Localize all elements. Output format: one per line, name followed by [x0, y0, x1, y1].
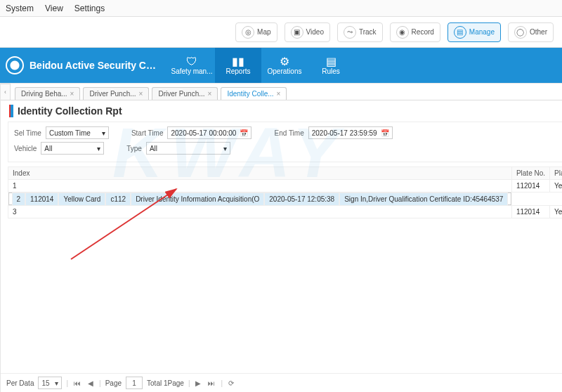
cell-index: 1	[8, 180, 512, 192]
topnav-label: Other	[530, 28, 547, 36]
topnav-label: Manage	[469, 28, 495, 36]
data-table: IndexPlate No.Plate ColorCompanyTypeTime…	[8, 166, 562, 218]
topnav-label: Track	[359, 28, 377, 36]
pager-page-input[interactable]: 1	[126, 377, 143, 389]
vehicle-label: Vehicle	[14, 145, 37, 152]
endtime-input[interactable]: 2020-05-17 23:59:59📅	[308, 126, 393, 139]
sidebar-collapse[interactable]: ‹	[1, 84, 11, 100]
tab[interactable]: Driver Punch...×	[83, 87, 149, 100]
page-header-bar	[9, 105, 13, 117]
record-icon: ◉	[396, 26, 409, 39]
close-icon[interactable]: ×	[139, 90, 143, 98]
cell-time: 2020-05-17 12:05:38	[264, 192, 339, 206]
module-label: Operations	[268, 67, 302, 75]
close-icon[interactable]: ×	[277, 90, 281, 98]
cell-color: Yellow Card	[550, 206, 562, 218]
topnav-label: Video	[306, 28, 324, 36]
app-logo: ◉	[6, 56, 24, 74]
seltime-label: Sel Time	[14, 129, 41, 137]
pager-prev[interactable]: ◀	[86, 379, 95, 387]
sub-header: ◉ Beidou Active Security Cloud Pla 🛡Safe…	[0, 48, 562, 83]
seltime-select[interactable]: Custom Time▾	[46, 126, 109, 139]
module-operations[interactable]: ⚙Operations	[261, 48, 308, 83]
menu-view[interactable]: View	[45, 4, 63, 13]
topnav-label: Record	[412, 28, 434, 36]
app-title: Beidou Active Security Cloud Pla	[30, 60, 156, 71]
pager-refresh[interactable]: ⟳	[227, 379, 235, 387]
top-nav: ◎Map▣Video⤳Track◉Record▤Manage◯Other	[0, 17, 562, 48]
cell-color: Yellow Card	[550, 180, 562, 192]
cell-index: 2	[12, 192, 26, 206]
cell-index: 3	[8, 206, 512, 218]
cell-company: c112	[105, 192, 131, 206]
module-label: Safety man...	[171, 67, 213, 75]
table-wrap: IndexPlate No.Plate ColorCompanyTypeTime…	[8, 166, 562, 218]
module-icon: ▮▮	[232, 56, 244, 67]
pager-first[interactable]: ⏮	[72, 379, 82, 387]
starttime-label: Start Time	[131, 129, 164, 137]
column-header[interactable]: Index	[8, 167, 512, 180]
cell-plate: 112014	[511, 206, 549, 218]
endtime-label: End Time	[274, 129, 303, 137]
topnav-manage[interactable]: ▤Manage	[447, 22, 501, 42]
page-title: Identity Collection Rpt	[18, 105, 122, 117]
menu-system[interactable]: System	[6, 4, 34, 13]
pager-page-label: Page	[105, 379, 122, 387]
pager-total-label: Total 1Page	[147, 379, 184, 387]
module-icon: 🛡	[186, 56, 197, 67]
tab-label: Driving Beha...	[21, 90, 67, 98]
column-header[interactable]: Plate Color	[550, 167, 562, 180]
manage-icon: ▤	[454, 26, 466, 39]
video-icon: ▣	[291, 26, 303, 39]
content-area: ‹ Driving Beha...×Driver Punch...×Driver…	[1, 84, 562, 392]
tab-label: Driver Punch...	[89, 90, 136, 98]
table-row[interactable]: 1112014Yellow Cardc112Driver Identity In…	[8, 180, 563, 192]
module-label: Reports	[226, 67, 250, 75]
topnav-track[interactable]: ⤳Track	[337, 22, 383, 42]
module-icon: ⚙	[280, 56, 289, 67]
cell-plate: 112014	[25, 192, 58, 206]
close-icon[interactable]: ×	[70, 90, 74, 98]
type-label: Type	[126, 145, 142, 152]
menu-settings[interactable]: Settings	[74, 4, 105, 13]
cell-type: Driver Identity Information Acquisition(…	[131, 192, 264, 206]
filter-panel: Sel Time Custom Time▾ Start Time 2020-05…	[8, 122, 562, 162]
table-row[interactable]: 3112014Yellow Cardc112Driver Identity In…	[8, 206, 563, 218]
pager: Per Data 15▾ | ⏮ ◀ | Page 1 Total 1Page …	[1, 373, 562, 392]
tab[interactable]: Driver Punch...×	[152, 87, 218, 100]
tab[interactable]: Driving Beha...×	[15, 87, 80, 100]
track-icon: ⤳	[344, 26, 356, 39]
other-icon: ◯	[514, 26, 527, 39]
module-safetyman[interactable]: 🛡Safety man...	[169, 48, 215, 83]
cell-color: Yellow Card	[58, 192, 105, 206]
menu-bar: System View Settings	[0, 0, 562, 17]
topnav-other[interactable]: ◯Other	[508, 22, 554, 42]
pager-per-label: Per Data	[6, 379, 34, 387]
pager-last[interactable]: ⏭	[207, 379, 216, 387]
close-icon[interactable]: ×	[208, 90, 212, 98]
type-select[interactable]: All▾	[146, 142, 230, 155]
cell-plate: 112014	[511, 180, 549, 192]
topnav-record[interactable]: ◉Record	[390, 22, 440, 42]
pager-per-select[interactable]: 15▾	[38, 377, 62, 389]
pager-next[interactable]: ▶	[194, 379, 202, 387]
module-rules[interactable]: ▤Rules	[308, 48, 354, 83]
tab-label: Driver Punch...	[158, 90, 204, 98]
module-reports[interactable]: ▮▮Reports	[215, 48, 261, 83]
column-header[interactable]: Plate No.	[511, 167, 549, 180]
vehicle-select[interactable]: All▾	[41, 142, 104, 155]
page-header: Identity Collection Rpt	[1, 100, 562, 122]
topnav-map[interactable]: ◎Map	[235, 22, 277, 42]
topnav-video[interactable]: ▣Video	[285, 22, 330, 42]
tab[interactable]: Identity Colle...×	[221, 87, 287, 100]
map-icon: ◎	[242, 26, 254, 39]
module-label: Rules	[322, 67, 340, 75]
starttime-input[interactable]: 2020-05-17 00:00:00📅	[167, 126, 251, 139]
topnav-label: Map	[257, 28, 270, 36]
module-icon: ▤	[326, 56, 336, 67]
tab-bar: Driving Beha...×Driver Punch...×Driver P…	[1, 84, 562, 100]
tab-label: Identity Colle...	[227, 90, 273, 98]
table-row[interactable]: 2112014Yellow Cardc112Driver Identity In…	[8, 192, 512, 205]
cell-content: Sign In,Driver Qualification Certificate…	[339, 192, 508, 206]
